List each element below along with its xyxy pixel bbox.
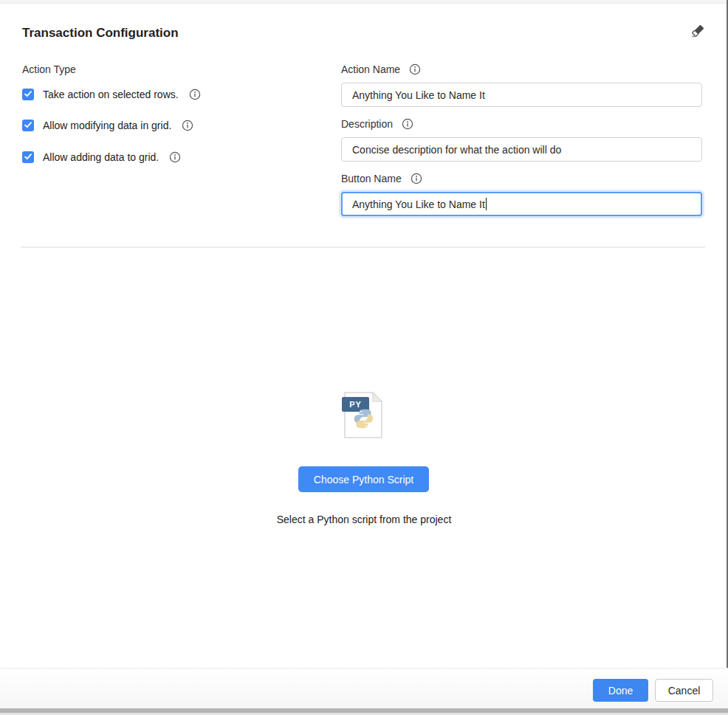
done-button[interactable]: Done <box>593 679 648 702</box>
choose-python-script-button[interactable]: Choose Python Script <box>298 466 429 492</box>
page-title: Transaction Configuration <box>22 26 179 41</box>
checkbox-label: Allow adding data to grid. <box>43 151 159 163</box>
checkbox-row-modify-data: Allow modifying data in grid. <box>22 120 193 131</box>
label-text: Action Name <box>341 63 400 75</box>
dialog-footer: Done Cancel <box>0 668 728 708</box>
label-text: Button Name <box>341 173 402 184</box>
eraser-icon <box>690 23 706 42</box>
action-name-label: Action Name <box>341 63 421 75</box>
chooser-caption: Select a Python script from the project <box>0 514 728 525</box>
checkbox-label: Take action on selected rows. <box>43 89 179 100</box>
checkbox-modify-data[interactable] <box>22 120 34 131</box>
check-icon <box>24 120 32 131</box>
button-name-input[interactable]: Anything You Like to Name It <box>341 192 702 216</box>
info-icon[interactable] <box>402 118 413 130</box>
action-name-input[interactable] <box>341 83 702 107</box>
info-icon[interactable] <box>182 120 193 131</box>
checkbox-add-data[interactable] <box>22 151 34 163</box>
check-icon <box>24 89 32 100</box>
clear-form-button[interactable] <box>688 23 707 42</box>
python-logo-icon <box>353 408 374 432</box>
footer-buttons: Done Cancel <box>593 679 713 702</box>
button-name-value: Anything You Like to Name It <box>352 198 485 210</box>
action-type-label: Action Type <box>22 63 76 75</box>
button-name-label: Button Name <box>341 173 422 184</box>
info-icon[interactable] <box>169 151 181 163</box>
cancel-button[interactable]: Cancel <box>655 679 713 702</box>
label-text: Description <box>341 118 393 130</box>
checkbox-label: Allow modifying data in grid. <box>43 120 171 131</box>
text-caret <box>486 198 487 210</box>
checkbox-take-action[interactable] <box>22 89 34 100</box>
info-icon[interactable] <box>411 173 422 184</box>
info-icon[interactable] <box>409 63 421 75</box>
checkbox-row-take-action: Take action on selected rows. <box>22 89 201 100</box>
check-icon <box>24 151 32 163</box>
info-icon[interactable] <box>189 89 201 100</box>
python-file-icon: PY <box>342 391 383 438</box>
window-top-strip <box>0 0 728 4</box>
checkbox-row-add-data: Allow adding data to grid. <box>22 151 181 163</box>
section-divider <box>21 246 705 248</box>
description-input[interactable] <box>341 137 702 162</box>
description-label: Description <box>341 118 413 130</box>
